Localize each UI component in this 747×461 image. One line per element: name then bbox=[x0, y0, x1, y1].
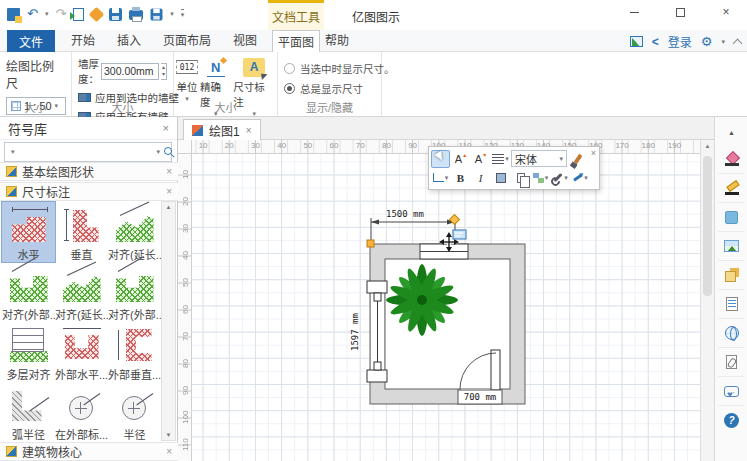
save-icon[interactable] bbox=[109, 8, 122, 21]
symbol-item[interactable]: 多层对齐 bbox=[2, 322, 55, 382]
h-ruler-number: 90 bbox=[400, 140, 426, 152]
hyperlink-tool[interactable] bbox=[718, 319, 745, 348]
document-tab-close-icon[interactable]: × bbox=[246, 125, 252, 136]
section-building-core[interactable]: 建筑物核心 × bbox=[0, 442, 178, 461]
tab-file[interactable]: 文件 bbox=[7, 30, 55, 52]
select-tool-button[interactable] bbox=[431, 150, 450, 168]
symbol-item[interactable]: 在外部标... bbox=[55, 382, 108, 442]
canvas-scroll-up-icon[interactable]: ▲ bbox=[701, 143, 714, 149]
v-ruler-number: 110 bbox=[178, 431, 192, 458]
symbol-item[interactable]: 弧半径 bbox=[2, 382, 55, 442]
increase-font-button[interactable]: A▴ bbox=[451, 150, 470, 168]
symbol-item[interactable]: 对齐(延长... bbox=[108, 202, 161, 262]
document-tab[interactable]: 绘图1 × bbox=[183, 119, 261, 140]
shape-format-tool[interactable] bbox=[718, 203, 745, 232]
section-basic-close-icon[interactable]: × bbox=[166, 166, 172, 177]
symbol-grid: 水平 垂直 对齐(延长... 对齐(外部... bbox=[2, 202, 162, 442]
dimension-left[interactable]: 1597 mm bbox=[350, 313, 360, 351]
format-painter-button[interactable] bbox=[568, 150, 587, 168]
symbol-item[interactable]: 水平 bbox=[2, 202, 55, 262]
wall-thickness-input[interactable] bbox=[101, 63, 159, 80]
symbol-panel-close-icon[interactable]: × bbox=[163, 122, 169, 134]
menu-tab[interactable]: 页面布局 bbox=[152, 30, 222, 52]
menu-tab[interactable]: 开始 bbox=[60, 30, 106, 52]
dimension-door[interactable]: 700 mm bbox=[458, 390, 502, 404]
floating-toolbar-close-icon[interactable]: × bbox=[591, 148, 596, 158]
search-history-caret-icon[interactable]: ▾ bbox=[157, 148, 161, 156]
canvas-vertical-scrollbar[interactable]: ▲ bbox=[700, 140, 714, 461]
copy-style-button[interactable] bbox=[511, 169, 530, 187]
dimension-top[interactable]: 1500 mm bbox=[371, 209, 455, 241]
section-building-close-icon[interactable]: × bbox=[166, 446, 172, 457]
symbol-item[interactable]: 对齐(外部... bbox=[108, 262, 161, 322]
radio-always-show[interactable]: 总是显示尺寸 bbox=[284, 81, 375, 96]
symbol-item[interactable]: 对齐(外部... bbox=[2, 262, 55, 322]
collapse-ribbon-icon[interactable] bbox=[733, 38, 743, 48]
section-building-icon bbox=[6, 446, 17, 457]
symbol-item[interactable]: 半径 bbox=[108, 382, 161, 442]
comment-tool[interactable]: ... bbox=[718, 377, 745, 406]
scroll-up-icon[interactable]: ▲ bbox=[166, 204, 172, 210]
layers-tool[interactable] bbox=[718, 261, 745, 290]
paragraph-options-button[interactable]: ▾ bbox=[491, 150, 510, 168]
radio-show-when-selected[interactable]: 当选中时显示尺寸。 bbox=[284, 61, 375, 76]
import-icon[interactable] bbox=[73, 8, 84, 21]
decrease-font-button[interactable]: A▾ bbox=[471, 150, 490, 168]
login-link[interactable]: 登录 bbox=[668, 33, 692, 50]
maximize-button[interactable] bbox=[665, 2, 695, 22]
section-basic-shapes[interactable]: 基本绘图形状 × bbox=[0, 162, 178, 181]
italic-button[interactable]: I bbox=[471, 169, 490, 187]
wall-thickness-stepper[interactable]: ▴ ▾ bbox=[161, 63, 167, 80]
share-icon[interactable]: < bbox=[652, 35, 659, 49]
fill-format-tool[interactable] bbox=[718, 145, 745, 174]
symbol-grid-scrollbar[interactable]: ▲ ▼ bbox=[161, 201, 176, 441]
symbol-search-input[interactable] bbox=[15, 144, 157, 160]
scroll-down-icon[interactable]: ▼ bbox=[166, 432, 172, 438]
symbol-item[interactable]: 外部垂直... bbox=[108, 322, 161, 382]
tools-button[interactable]: ▾ bbox=[551, 169, 570, 187]
search-icon[interactable] bbox=[164, 147, 172, 155]
menu-tab[interactable]: 插入 bbox=[106, 30, 152, 52]
bold-button[interactable]: B bbox=[451, 169, 470, 187]
redo-icon[interactable]: ↷ bbox=[55, 7, 66, 21]
undo-icon[interactable]: ↶ bbox=[27, 7, 38, 21]
fill-color-button[interactable] bbox=[491, 169, 510, 187]
line-style-tool[interactable] bbox=[718, 174, 745, 203]
sidebar-collapse-icon[interactable]: ▲ bbox=[715, 129, 747, 136]
save-as-icon[interactable] bbox=[151, 8, 163, 20]
minimize-button[interactable] bbox=[619, 2, 649, 22]
window-top[interactable] bbox=[420, 244, 468, 259]
font-family-combobox[interactable]: 宋体▾ bbox=[511, 150, 567, 167]
section-dim-close-icon[interactable]: × bbox=[166, 186, 172, 197]
menu-tab[interactable]: 视图 bbox=[222, 30, 268, 52]
edraw-logo-icon[interactable] bbox=[7, 8, 20, 21]
find-replace-button[interactable]: ▾ bbox=[531, 169, 550, 187]
canvas-scrollbar-thumb[interactable] bbox=[703, 156, 712, 296]
stepper-down-icon[interactable]: ▾ bbox=[162, 71, 165, 78]
room-walls[interactable] bbox=[370, 244, 525, 404]
symbol-item[interactable]: 垂直 bbox=[55, 202, 108, 262]
print-icon[interactable] bbox=[129, 10, 143, 20]
symbol-item[interactable]: 对齐(延长... bbox=[55, 262, 108, 322]
tab-floorplan-active[interactable]: 平面图 bbox=[272, 30, 320, 52]
save-as-caret-icon[interactable]: ▾ bbox=[170, 10, 174, 18]
settings-gear-icon[interactable]: ⚙ bbox=[701, 35, 713, 49]
symbol-item[interactable]: 外部水平... bbox=[55, 322, 108, 382]
edraw-diamond-icon[interactable] bbox=[89, 6, 105, 22]
stepper-up-icon[interactable]: ▴ bbox=[162, 64, 165, 71]
close-button[interactable]: × bbox=[711, 2, 741, 22]
undo-caret-icon[interactable]: ▾ bbox=[45, 10, 49, 18]
export-image-icon[interactable] bbox=[630, 36, 643, 47]
edit-pen-button[interactable]: ▾ bbox=[571, 169, 590, 187]
customize-qat-icon[interactable]: ▾ bbox=[181, 9, 185, 19]
menu-tab[interactable]: 帮助 bbox=[314, 30, 360, 52]
connector-tool-button[interactable]: ▾ bbox=[431, 169, 450, 187]
settings-caret-icon[interactable]: ▾ bbox=[721, 38, 725, 46]
drawing-canvas[interactable]: 700 mm 1500 mm 1597 mm bbox=[192, 154, 700, 461]
notes-tool[interactable] bbox=[718, 290, 745, 319]
selection-handle-square[interactable] bbox=[367, 240, 374, 247]
section-dimensioning[interactable]: 尺寸标注 × bbox=[0, 182, 178, 201]
attachment-tool[interactable] bbox=[718, 348, 745, 377]
help-tool[interactable]: ? bbox=[718, 406, 745, 435]
insert-picture-tool[interactable] bbox=[718, 232, 745, 261]
